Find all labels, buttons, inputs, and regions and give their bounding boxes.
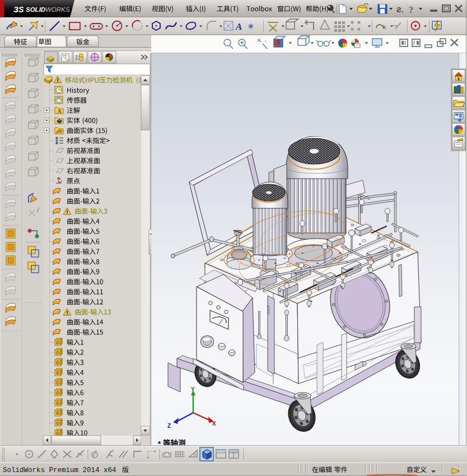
- svg-text:ЗS: ЗS: [13, 5, 24, 14]
- svg-text:?: ?: [409, 5, 413, 15]
- svg-text:SOLID: SOLID: [26, 6, 45, 13]
- svg-text:Z: Z: [167, 423, 171, 429]
- svg-text:Y: Y: [191, 386, 195, 393]
- svg-text:A: A: [235, 21, 242, 32]
- svg-text:SolidWorks Premium 2014 x64: SolidWorks Premium 2014 x64: [3, 466, 116, 474]
- svg-text:X: X: [212, 421, 216, 427]
- svg-text:k: k: [383, 24, 386, 30]
- svg-text:WORKS: WORKS: [45, 6, 70, 13]
- svg-text:A: A: [58, 108, 62, 114]
- svg-text:✳: ✳: [247, 22, 254, 31]
- svg-text:Ƨ.: Ƨ.: [396, 6, 403, 14]
